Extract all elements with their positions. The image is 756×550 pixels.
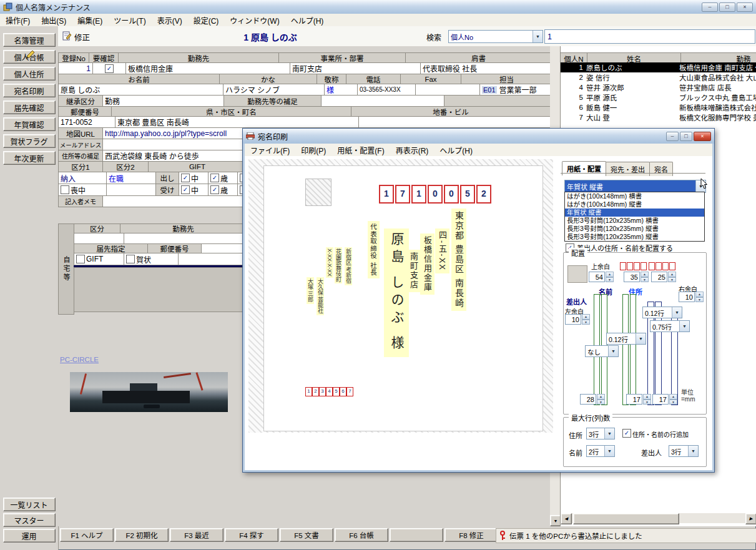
search-field-combo[interactable]: 個人No ▼ — [448, 30, 543, 43]
paper-option[interactable]: 長形3号封筒(120x235mm) 縦書 — [565, 233, 704, 241]
city-field[interactable]: 東京都 豊島区 南長崎 — [115, 116, 359, 128]
search-input[interactable] — [544, 29, 755, 44]
kubun2-field[interactable]: 在職 — [106, 172, 156, 184]
close-button[interactable]: × — [737, 2, 753, 12]
person-row[interactable]: 4 笹井 源次郎 笹井宝飾店 店長 — [561, 82, 756, 92]
max-address-combo[interactable]: 3行▼ — [586, 428, 615, 440]
paper-option[interactable]: 長形3号封筒(120x235mm) 縦書 — [565, 225, 704, 233]
tab-name[interactable]: 宛名 — [649, 162, 673, 176]
minimize-button[interactable]: – — [702, 2, 718, 12]
top-margin-spinner-2[interactable]: 35▲▼ — [624, 272, 649, 282]
dialog-menu-item[interactable]: 用紙・配置(F) — [331, 144, 390, 157]
sidebar-bottom-button[interactable]: 運用 — [3, 529, 56, 543]
sidebar-button[interactable]: 年賀確認 — [3, 117, 56, 131]
scroll-right-icon[interactable]: ▶ — [745, 513, 756, 524]
sidebar-button[interactable]: 名簿管理 — [3, 33, 56, 47]
gift-out-naka[interactable]: ✓中 — [179, 172, 209, 184]
reg-no-field[interactable]: 1 — [58, 62, 93, 74]
contact-field[interactable]: E01営業第一部 — [479, 84, 550, 96]
spacing-combo-2[interactable]: 0.75行▼ — [650, 320, 690, 332]
sub-field[interactable] — [124, 233, 254, 244]
left-margin-spinner[interactable]: 10▲▼ — [565, 314, 590, 325]
top-margin-spinner-1[interactable]: 54▲▼ — [589, 272, 614, 282]
job-title-field[interactable]: 代表取締役 社長 — [420, 62, 550, 74]
mochu-checkbox-cell[interactable]: 喪中 — [58, 184, 107, 196]
dialog-menu-item[interactable]: ファイル(F) — [245, 144, 295, 157]
maximize-button[interactable]: □ — [719, 2, 735, 12]
menu-item[interactable]: ウィンドウ(W) — [224, 14, 285, 27]
function-key-button[interactable]: F6 台帳 — [335, 528, 388, 542]
menu-item[interactable]: 操作(F) — [0, 14, 36, 27]
sub-gajo-checkbox[interactable]: 賀状 — [124, 253, 179, 265]
person-row[interactable]: 1 原島しのぶ 板橋信用金庫 南町支店 代表取締役 社長 — [561, 62, 756, 72]
kana-field[interactable]: ハラシマ シノブ — [223, 84, 325, 96]
function-key-button[interactable]: F8 修正 — [444, 528, 498, 542]
sidebar-button[interactable]: 届先確認 — [3, 101, 56, 114]
max-sender-combo[interactable]: 3行▼ — [669, 445, 699, 457]
bottom-spinner-2[interactable]: 17▲▼ — [626, 394, 651, 405]
honorific-field[interactable]: 様 — [324, 84, 358, 96]
menu-item[interactable]: 編集(E) — [72, 14, 108, 27]
sidebar-button[interactable]: 賀状フラグ — [3, 134, 56, 148]
zip-field[interactable]: 171-0052 — [58, 116, 115, 128]
sub-gift-checkbox[interactable]: GIFT — [74, 253, 124, 265]
menu-item[interactable]: ヘルプ(H) — [285, 14, 330, 27]
menu-item[interactable]: 設定(C) — [188, 14, 225, 27]
spacing-combo-3[interactable]: 0.12行▼ — [606, 333, 646, 345]
kubun1-field[interactable]: 納入 — [58, 172, 107, 184]
bottom-spinner-1[interactable]: 28▲▼ — [580, 394, 605, 405]
pc-circle-link[interactable]: PC-CIRCLE — [60, 356, 99, 363]
name-field[interactable]: 原島 しのぶ — [58, 84, 223, 96]
work-note-field[interactable] — [321, 95, 444, 107]
tab-recipient-sender[interactable]: 宛先・差出 — [606, 162, 650, 176]
menu-item[interactable]: ツール(T) — [108, 14, 151, 27]
sidebar-button[interactable]: 宛名印刷 — [3, 84, 56, 97]
scroll-left-icon[interactable]: ◀ — [561, 513, 572, 524]
dialog-maximize-button[interactable]: □ — [680, 132, 692, 141]
sidebar-button[interactable]: 個人住所 — [3, 67, 56, 81]
menu-item[interactable]: 表示(V) — [152, 14, 188, 27]
company-field[interactable]: 板橋信用金庫 — [125, 62, 290, 74]
spacing-combo-1[interactable]: 0.12行▼ — [642, 307, 682, 318]
person-row[interactable]: 2 姿 信行 大山東食品株式会社 大山商店 — [561, 72, 756, 82]
fax-field[interactable] — [415, 84, 480, 96]
function-key-button[interactable]: F1 ヘルプ — [60, 528, 114, 542]
list-horizontal-scrollbar[interactable]: ◀ ▶ — [561, 513, 756, 523]
function-key-button[interactable] — [390, 528, 443, 542]
bottom-spinner-3[interactable]: 17▲▼ — [652, 394, 677, 405]
empty-field[interactable] — [106, 184, 156, 196]
function-key-button[interactable]: F2 初期化 — [115, 528, 169, 542]
sidebar-bottom-button[interactable]: 一覧リスト — [3, 498, 56, 511]
dialog-menu-item[interactable]: ヘルプ(H) — [434, 144, 478, 157]
inherit-field[interactable]: 勤務 — [102, 95, 224, 107]
sub-field[interactable] — [74, 233, 124, 244]
confirm-checkbox-cell[interactable]: ✓ — [92, 62, 126, 74]
paper-option[interactable]: 年賀状 縦書 — [565, 209, 704, 217]
menu-item[interactable]: 抽出(S) — [36, 14, 72, 27]
sidebar-bottom-button[interactable]: マスター — [3, 513, 56, 527]
spacing-combo-4[interactable]: なし▼ — [585, 345, 619, 357]
phone-field[interactable]: 03-3565-XX3X — [357, 84, 416, 96]
paper-option[interactable]: はがき(100x148mm) 縦書 — [565, 200, 704, 209]
paper-option[interactable]: 長形3号封筒(120x235mm) 横書 — [565, 217, 704, 225]
person-row[interactable]: 7 大山 登 板橋文化服飾専門学校 美術 — [561, 112, 756, 122]
person-row[interactable]: 5 平原 源氏 ブルックス中丸 豊島工場 工場長 — [561, 92, 756, 102]
gift-out-sai[interactable]: ✓歳 — [208, 172, 238, 184]
top-margin-spinner-3[interactable]: 25▲▼ — [651, 272, 676, 282]
add-line-checkbox[interactable]: ✓ — [622, 429, 631, 438]
dialog-menu-item[interactable]: 印刷(P) — [295, 144, 331, 157]
paper-type-combo[interactable]: 年賀状 縦書 ▼ — [564, 180, 706, 193]
paper-option[interactable]: はがき(100x148mm) 横書 — [565, 192, 704, 200]
dialog-minimize-button[interactable]: – — [666, 132, 679, 141]
max-name-combo[interactable]: 2行▼ — [586, 445, 615, 457]
sidebar-button[interactable]: 年次更新 — [3, 151, 56, 165]
scrollbar-thumb[interactable] — [573, 513, 679, 524]
function-key-button[interactable]: F4 探す — [225, 528, 278, 542]
dialog-close-button[interactable]: × — [694, 132, 711, 141]
function-key-button[interactable]: F3 最近 — [170, 528, 223, 542]
office-field[interactable]: 南町支店 — [290, 62, 421, 74]
street-field[interactable] — [358, 116, 550, 128]
chevron-down-icon[interactable]: ▼ — [533, 31, 542, 42]
function-key-button[interactable]: F5 文書 — [280, 528, 333, 542]
dialog-menu-item[interactable]: 再表示(R) — [390, 144, 434, 157]
